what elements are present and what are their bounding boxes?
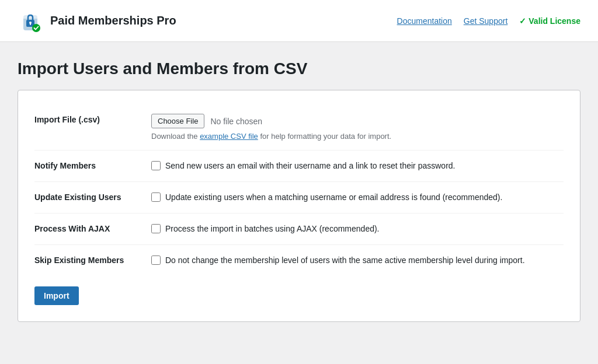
skip-existing-members-checkbox[interactable] (151, 256, 161, 265)
svg-rect-3 (30, 23, 31, 25)
app-title: Paid Memberships Pro (50, 14, 176, 27)
no-file-text: No file chosen (210, 117, 262, 126)
skip-existing-members-control: Do not change the membership level of us… (151, 254, 564, 267)
logo-container: Paid Memberships Pro (18, 8, 176, 34)
update-existing-users-control: Update existing users when a matching us… (151, 191, 564, 204)
update-existing-users-checkbox-label: Update existing users when a matching us… (165, 191, 502, 204)
choose-file-button[interactable]: Choose File (151, 114, 204, 128)
form-card: Import File (.csv) Choose File No file c… (18, 90, 580, 322)
logo-icon (18, 8, 43, 34)
header-nav: Documentation Get Support ✓ Valid Licens… (397, 16, 580, 26)
license-status: ✓ Valid License (519, 16, 580, 26)
update-existing-users-checkbox[interactable] (151, 192, 161, 202)
skip-existing-members-checkbox-label: Do not change the membership level of us… (165, 254, 525, 267)
skip-existing-members-checkbox-row[interactable]: Do not change the membership level of us… (151, 254, 564, 267)
support-link[interactable]: Get Support (464, 16, 508, 26)
update-existing-users-label: Update Existing Users (34, 191, 151, 202)
notify-members-checkbox-row[interactable]: Send new users an email with their usern… (151, 160, 564, 172)
import-file-help: Download the example CSV file for help f… (151, 132, 564, 141)
notify-members-row: Notify Members Send new users an email w… (34, 150, 564, 182)
process-ajax-checkbox-row[interactable]: Process the import in batches using AJAX… (151, 223, 564, 235)
svg-point-4 (32, 24, 40, 32)
help-text-before: Download the (151, 132, 200, 141)
import-file-row: Import File (.csv) Choose File No file c… (34, 104, 564, 150)
notify-members-label: Notify Members (34, 160, 151, 170)
notify-members-checkbox[interactable] (151, 161, 161, 170)
process-ajax-label: Process With AJAX (34, 223, 151, 233)
process-ajax-control: Process the import in batches using AJAX… (151, 223, 564, 235)
update-existing-users-row: Update Existing Users Update existing us… (34, 182, 564, 214)
checkmark-icon: ✓ (519, 16, 526, 26)
notify-members-control: Send new users an email with their usern… (151, 160, 564, 172)
example-csv-link[interactable]: example CSV file (200, 132, 258, 141)
process-ajax-row: Process With AJAX Process the import in … (34, 214, 564, 245)
skip-existing-members-label: Skip Existing Members (34, 254, 151, 265)
main-content: Import Users and Members from CSV Import… (0, 42, 598, 340)
process-ajax-checkbox[interactable] (151, 224, 161, 233)
file-input-row: Choose File No file chosen (151, 114, 564, 128)
update-existing-users-checkbox-row[interactable]: Update existing users when a matching us… (151, 191, 564, 204)
import-button[interactable]: Import (34, 286, 79, 305)
import-file-control: Choose File No file chosen Download the … (151, 114, 564, 141)
header: Paid Memberships Pro Documentation Get S… (0, 0, 598, 42)
import-file-label: Import File (.csv) (34, 114, 151, 124)
skip-existing-members-row: Skip Existing Members Do not change the … (34, 245, 564, 276)
process-ajax-checkbox-label: Process the import in batches using AJAX… (165, 223, 380, 235)
notify-members-checkbox-label: Send new users an email with their usern… (165, 160, 455, 172)
help-text-after: for help formatting your data for import… (258, 132, 391, 141)
page-title: Import Users and Members from CSV (18, 60, 580, 78)
documentation-link[interactable]: Documentation (397, 16, 452, 26)
license-label: Valid License (529, 16, 580, 26)
